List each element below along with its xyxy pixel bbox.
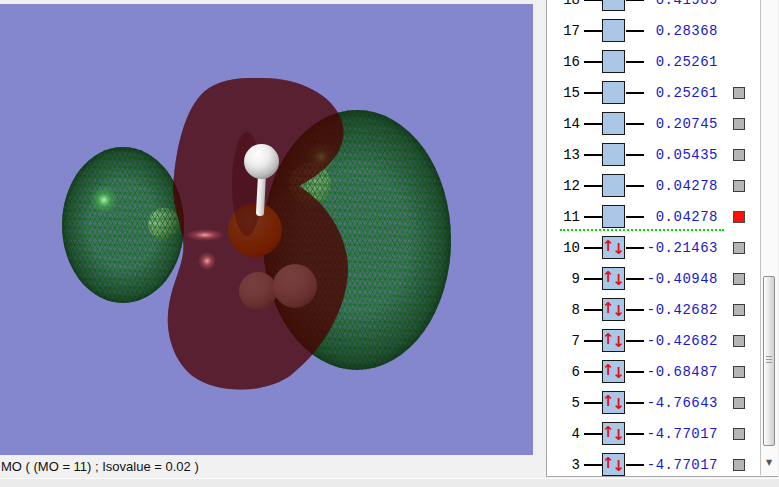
mo-row-8[interactable]: 8↑↓-0.42682 — [547, 295, 760, 326]
mo-checkbox[interactable] — [733, 273, 745, 285]
level-line-left — [584, 278, 602, 280]
mo-level-box-virtual[interactable] — [602, 205, 625, 228]
specular-highlight — [186, 229, 224, 241]
mo-row-7[interactable]: 7↑↓-0.42682 — [547, 326, 760, 357]
mo-energy-value: 0.20745 — [635, 109, 718, 140]
spin-down-arrow-icon: ↓ — [613, 366, 626, 381]
mo-level-box-virtual[interactable] — [602, 143, 625, 166]
mo-row-6[interactable]: 6↑↓-0.68487 — [547, 357, 760, 388]
mo-energy-value: 0.25261 — [635, 47, 718, 78]
mo-row-3[interactable]: 3↑↓-4.77017 — [547, 450, 760, 478]
mo-level-box-virtual[interactable] — [602, 81, 625, 104]
mo-row-18[interactable]: 180.41989 — [547, 0, 760, 16]
mo-checkbox[interactable] — [733, 397, 745, 409]
mo-row-13[interactable]: 130.05435 — [547, 140, 760, 171]
mo-level-box-occupied[interactable]: ↑↓ — [602, 391, 625, 414]
level-line-left — [584, 30, 602, 32]
mo-row-10[interactable]: 10↑↓-0.21463 — [547, 233, 760, 264]
vertical-scrollbar[interactable]: ▼ — [760, 0, 778, 475]
mo-level-box-virtual[interactable] — [602, 174, 625, 197]
scrollbar-grip-icon — [766, 356, 772, 363]
mo-row-5[interactable]: 5↑↓-4.76643 — [547, 388, 760, 419]
mo-level-box-occupied[interactable]: ↑↓ — [602, 298, 625, 321]
specular-highlight — [90, 186, 118, 214]
level-line-left — [584, 464, 602, 466]
mo-level-box-virtual[interactable] — [602, 0, 625, 11]
mo-level-box-occupied[interactable]: ↑↓ — [602, 329, 625, 352]
mo-index: 15 — [547, 78, 580, 109]
orbital-lobe-positive-left — [62, 147, 184, 303]
mo-level-box-occupied[interactable]: ↑↓ — [602, 422, 625, 445]
spin-down-arrow-icon: ↓ — [613, 428, 626, 443]
mo-level-box-occupied[interactable]: ↑↓ — [602, 360, 625, 383]
mo-checkbox[interactable] — [733, 149, 745, 161]
mo-index: 3 — [547, 450, 580, 478]
mo-level-box-occupied[interactable]: ↑↓ — [602, 267, 625, 290]
level-line-left — [584, 216, 602, 218]
atom-top — [244, 144, 279, 179]
mo-panel: 180.41989170.28368160.25261150.25261140.… — [546, 0, 778, 477]
mo-row-17[interactable]: 170.28368 — [547, 16, 760, 47]
mo-checkbox[interactable] — [733, 180, 745, 192]
spin-down-arrow-icon: ↓ — [613, 335, 626, 350]
mo-index: 4 — [547, 419, 580, 450]
mo-energy-value: -0.21463 — [635, 233, 718, 264]
mo-checkbox[interactable] — [733, 118, 745, 130]
homo-lumo-separator — [560, 229, 724, 231]
mo-energy-value: -0.42682 — [635, 295, 718, 326]
mo-checkbox[interactable] — [733, 304, 745, 316]
spin-down-arrow-icon: ↓ — [613, 459, 626, 474]
mo-energy-value: 0.25261 — [635, 78, 718, 109]
level-line-left — [584, 402, 602, 404]
mo-row-12[interactable]: 120.04278 — [547, 171, 760, 202]
mo-row-14[interactable]: 140.20745 — [547, 109, 760, 140]
scrollbar-thumb[interactable] — [763, 276, 775, 446]
mo-checkbox[interactable] — [733, 87, 745, 99]
mo-energy-value: 0.05435 — [635, 140, 718, 171]
level-line-left — [584, 247, 602, 249]
mo-energy-value: -4.76643 — [635, 388, 718, 419]
level-line-left — [584, 340, 602, 342]
mo-checkbox[interactable] — [733, 459, 745, 471]
spin-down-arrow-icon: ↓ — [613, 273, 626, 288]
mo-row-11[interactable]: 110.04278 — [547, 202, 760, 233]
spin-down-arrow-icon: ↓ — [613, 304, 626, 319]
status-bar: MO ( (MO = 11) ; Isovalue = 0.02 ) — [0, 455, 546, 478]
mo-energy-value: -4.77017 — [635, 419, 718, 450]
gl-viewport[interactable] — [0, 4, 533, 455]
mo-energy-value: 0.28368 — [635, 16, 718, 47]
mo-energy-value: -0.68487 — [635, 357, 718, 388]
specular-highlight — [198, 252, 216, 270]
mo-row-4[interactable]: 4↑↓-4.77017 — [547, 419, 760, 450]
mo-level-box-virtual[interactable] — [602, 112, 625, 135]
mo-row-9[interactable]: 9↑↓-0.40948 — [547, 264, 760, 295]
level-line-left — [584, 154, 602, 156]
level-line-left — [584, 433, 602, 435]
mo-checkbox-selected[interactable] — [733, 211, 745, 223]
mo-energy-value: -4.77017 — [635, 450, 718, 478]
mo-row-15[interactable]: 150.25261 — [547, 78, 760, 109]
level-line-left — [584, 123, 602, 125]
level-line-left — [584, 92, 602, 94]
mo-list: 180.41989170.28368160.25261150.25261140.… — [547, 0, 760, 476]
mo-energy-value: 0.41989 — [635, 0, 718, 16]
mo-isosurface-scene — [0, 4, 533, 455]
mo-checkbox[interactable] — [733, 366, 745, 378]
mo-checkbox[interactable] — [733, 428, 745, 440]
scrollbar-down-arrow-icon[interactable]: ▼ — [761, 455, 777, 471]
mo-energy-value: -0.42682 — [635, 326, 718, 357]
mo-checkbox[interactable] — [733, 335, 745, 347]
mo-row-16[interactable]: 160.25261 — [547, 47, 760, 78]
mo-level-box-virtual[interactable] — [602, 50, 625, 73]
mo-checkbox[interactable] — [733, 242, 745, 254]
mo-index: 13 — [547, 140, 580, 171]
mo-index: 9 — [547, 264, 580, 295]
mo-level-box-virtual[interactable] — [602, 19, 625, 42]
spin-down-arrow-icon: ↓ — [613, 242, 626, 257]
mo-energy-value: 0.04278 — [635, 202, 718, 233]
mo-index: 17 — [547, 16, 580, 47]
mo-index: 11 — [547, 202, 580, 233]
mo-level-box-occupied[interactable]: ↑↓ — [602, 453, 625, 476]
mo-level-box-occupied[interactable]: ↑↓ — [602, 236, 625, 259]
window-bottom-strip — [0, 478, 779, 487]
